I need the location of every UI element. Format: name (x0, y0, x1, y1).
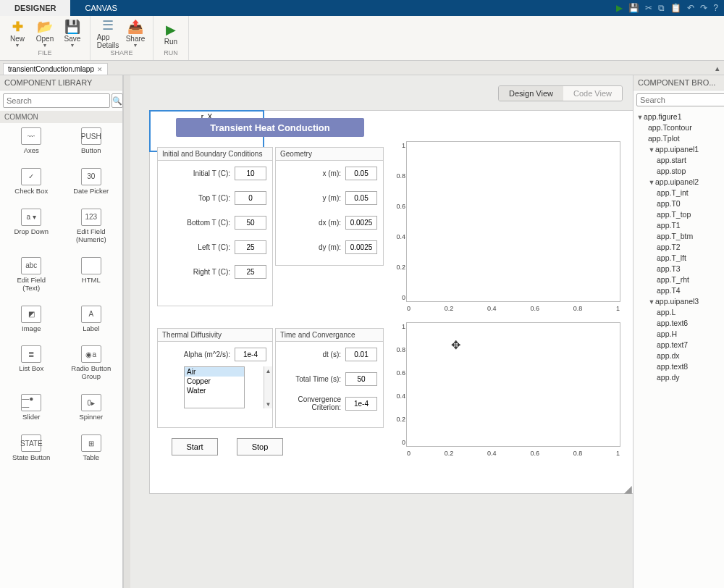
tree-node[interactable]: app.text6 (634, 317, 724, 328)
component-item[interactable]: ⊞Table (62, 434, 122, 462)
component-item[interactable]: 123Edit Field(Numeric) (62, 209, 122, 244)
close-icon[interactable]: ✕ (97, 66, 103, 73)
axes-contour[interactable]: 10.80.60.40.20 00.20.40.60.81 (406, 141, 620, 302)
component-item[interactable]: ◩Image (1, 306, 62, 333)
new-button[interactable]: ✚New▼ (4, 17, 30, 49)
save-icon[interactable]: 💾 (628, 3, 639, 13)
component-item[interactable]: 30Date Picker (62, 168, 122, 196)
tree-node[interactable]: app.text7 (634, 339, 724, 350)
search-icon[interactable]: 🔍 (111, 93, 123, 108)
tree-node[interactable]: app.T0 (634, 198, 724, 209)
app-figure[interactable]: Transient Heat Conduction Initial and Bo… (149, 110, 633, 494)
tree-node[interactable]: app.T4 (634, 285, 724, 295)
file-tab[interactable]: transientConduction.mlapp ✕ (3, 63, 108, 75)
component-item[interactable]: a ▾Drop Down (1, 209, 62, 244)
material-listbox[interactable]: AirCopperWater▲▼ (184, 366, 245, 408)
tree-node[interactable]: app.H (634, 328, 724, 339)
panel-ibc[interactable]: Initial and Boundary Conditions Initial … (157, 147, 273, 306)
tree-twist-icon[interactable]: ▼ (636, 114, 644, 121)
geom-field-1[interactable] (345, 191, 377, 205)
ibc-label-3: Left T (C): (164, 243, 235, 251)
geom-field-3[interactable] (345, 240, 377, 254)
tab-designer[interactable]: DESIGNER (0, 0, 70, 16)
component-item[interactable]: abcEdit Field(Text) (1, 257, 62, 293)
tree-node[interactable]: app.T2 (634, 241, 724, 252)
run-button[interactable]: ▶Run (158, 17, 184, 49)
tree-node[interactable]: app.dx (634, 350, 724, 361)
tree-node[interactable]: app.Tplot (634, 133, 724, 143)
tree-twist-icon[interactable]: ▼ (648, 179, 655, 186)
listbox-scrollbar[interactable]: ▲▼ (264, 366, 272, 408)
cut-icon[interactable]: ✂ (645, 3, 652, 13)
material-option[interactable]: Copper (185, 377, 244, 386)
run-icon[interactable]: ▶ (616, 3, 623, 13)
tree-twist-icon[interactable]: ▼ (648, 298, 655, 306)
undo-icon[interactable]: ↶ (687, 3, 694, 13)
geom-field-0[interactable] (345, 167, 377, 180)
component-item[interactable]: ✓Check Box (1, 168, 62, 196)
component-item[interactable]: STATEState Button (1, 434, 62, 462)
browser-search-input[interactable] (636, 93, 724, 106)
material-option[interactable]: Water (185, 386, 244, 395)
material-option[interactable]: Air (185, 367, 244, 377)
component-item[interactable]: HTML (62, 257, 122, 293)
tree-node[interactable]: app.Tcontour (634, 122, 724, 133)
tree-node[interactable]: app.T_rht (634, 274, 724, 285)
tconv-field-2[interactable] (345, 397, 377, 411)
tree-node[interactable]: ▼app.uipanel3 (634, 295, 724, 306)
ibc-field-4[interactable] (235, 265, 266, 279)
minimize-ribbon-icon[interactable]: ▴ (715, 64, 720, 73)
tree-node[interactable]: ▼app.figure1 (634, 111, 724, 122)
app-title-label[interactable]: Transient Heat Conduction (176, 118, 364, 137)
app-details-button[interactable]: ☰App Details (95, 17, 121, 49)
tree-node[interactable]: app.T1 (634, 219, 724, 230)
ibc-field-0[interactable] (235, 167, 266, 180)
component-item[interactable]: ◉aRadio ButtonGroup (62, 345, 122, 381)
tab-canvas[interactable]: CANVAS (70, 0, 131, 16)
code-view-button[interactable]: Code View (563, 86, 622, 101)
scrollbar[interactable] (123, 75, 130, 588)
ibc-field-2[interactable] (235, 216, 266, 230)
design-view-button[interactable]: Design View (499, 86, 563, 101)
tree-node[interactable]: app.T_int (634, 187, 724, 198)
resize-grip-icon[interactable]: ◢ (623, 483, 632, 492)
component-item[interactable]: PUSHButton (62, 127, 122, 155)
tree-node[interactable]: app.T3 (634, 263, 724, 274)
redo-icon[interactable]: ↷ (700, 3, 707, 13)
help-icon[interactable]: ? (713, 3, 718, 13)
tree-node[interactable]: app.L (634, 306, 724, 317)
alpha-field[interactable] (235, 348, 266, 361)
start-button[interactable]: Start (172, 438, 218, 455)
component-item[interactable]: —●—Slider (1, 394, 62, 421)
share-button[interactable]: 📤Share▼ (122, 17, 148, 49)
component-item[interactable]: ALabel (62, 306, 122, 333)
open-button[interactable]: 📂Open▼ (32, 17, 58, 49)
tree-node[interactable]: app.text8 (634, 361, 724, 371)
ibc-field-3[interactable] (235, 240, 266, 254)
component-item[interactable]: ≣List Box (1, 345, 62, 381)
tconv-field-1[interactable] (345, 372, 377, 386)
tree-twist-icon[interactable]: ▼ (648, 146, 655, 154)
copy-icon[interactable]: ⧉ (658, 3, 665, 13)
tree-node[interactable]: ▼app.uipanel1 (634, 143, 724, 154)
tree-node[interactable]: ▼app.uipanel2 (634, 176, 724, 187)
save-button[interactable]: 💾Save▼ (59, 17, 85, 49)
stop-button[interactable]: Stop (237, 438, 283, 455)
component-item[interactable]: 0▸Spinner (62, 394, 122, 421)
paste-icon[interactable]: 📋 (670, 3, 681, 13)
panel-time-convergence[interactable]: Time and Convergance dt (s):Total Time (… (275, 328, 384, 428)
panel-thermal[interactable]: Thermal Diffusivity Alpha (m^2/s): AirCo… (157, 328, 273, 428)
tree-node[interactable]: app.T_lft (634, 252, 724, 263)
panel-geometry[interactable]: Geometry x (m):y (m):dx (m):dy (m): (275, 147, 384, 266)
axes-plot[interactable]: 10.80.60.40.20 00.20.40.60.81 (406, 322, 620, 447)
tree-node[interactable]: app.start (634, 154, 724, 165)
tree-node[interactable]: app.stop (634, 165, 724, 176)
tree-node[interactable]: app.T_top (634, 209, 724, 219)
ibc-field-1[interactable] (235, 191, 266, 205)
tree-node[interactable]: app.dy (634, 371, 724, 382)
tconv-field-0[interactable] (345, 348, 377, 361)
search-input[interactable] (3, 93, 110, 108)
tree-node[interactable]: app.T_btm (634, 230, 724, 241)
component-item[interactable]: 〰Axes (1, 127, 62, 155)
geom-field-2[interactable] (345, 216, 377, 230)
